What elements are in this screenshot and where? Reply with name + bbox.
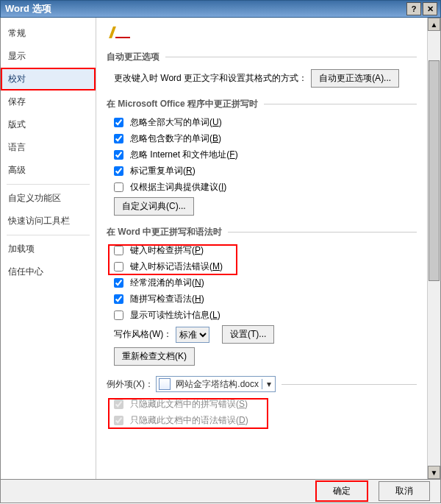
sidebar-separator (7, 184, 90, 185)
option-checkbox[interactable] (114, 166, 123, 176)
writing-style-select[interactable]: 标准 (176, 327, 209, 343)
option-checkbox[interactable] (114, 134, 123, 143)
recheck-document-button[interactable]: 重新检查文档(K) (114, 347, 195, 366)
proofing-icon (111, 25, 130, 38)
autocorrect-desc: 更改键入时 Word 更正文字和设置其格式的方式： (114, 72, 307, 85)
option-label: 标记重复单词(R) (130, 165, 196, 177)
scroll-track[interactable] (428, 31, 440, 466)
window-title: Word 选项 (4, 2, 405, 15)
scroll-pane: 自动更正选项 更改键入时 Word 更正文字和设置其格式的方式： 自动更正选项(… (96, 18, 427, 479)
writing-style-settings-button[interactable]: 设置(T)... (222, 325, 274, 344)
option-label: 键入时检查拼写(P) (130, 244, 204, 257)
sidebar-item[interactable]: 显示 (1, 45, 96, 68)
option-label: 仅根据主词典提供建议(I) (130, 181, 226, 194)
option-checkbox[interactable] (114, 278, 123, 288)
scroll-thumb[interactable] (429, 60, 440, 281)
option-label: 忽略全部大写的单词(U) (130, 116, 222, 129)
section-office-spell-title: 在 Microsoft Office 程序中更正拼写时 (107, 98, 417, 110)
option-checkbox[interactable] (114, 294, 123, 304)
sidebar-item[interactable]: 快速访问工具栏 (1, 210, 96, 233)
sidebar-item[interactable]: 高级 (1, 159, 96, 182)
exceptions-value: 网站金字塔结构.docx (173, 378, 262, 391)
option-label: 显示可读性统计信息(L) (130, 309, 220, 322)
sidebar-item[interactable]: 校对 (1, 68, 96, 90)
content-area: 自动更正选项 更改键入时 Word 更正文字和设置其格式的方式： 自动更正选项(… (96, 18, 440, 479)
option-checkbox[interactable] (114, 182, 123, 192)
option-label: 随拼写检查语法(H) (130, 293, 204, 305)
option-checkbox[interactable] (114, 310, 123, 320)
section-title-text: 在 Microsoft Office 程序中更正拼写时 (107, 98, 258, 110)
sidebar-item[interactable]: 常规 (1, 22, 96, 45)
window-body: 常规显示校对保存版式语言高级自定义功能区快速访问工具栏加载项信任中心 自动更正选… (0, 18, 441, 480)
vertical-scrollbar[interactable]: ▲ ▼ (427, 18, 440, 479)
document-icon (159, 378, 171, 390)
option-label: 忽略 Internet 和文件地址(F) (130, 149, 238, 161)
sidebar-item[interactable]: 加载项 (1, 238, 96, 260)
sidebar-item[interactable]: 自定义功能区 (1, 187, 96, 210)
option-label: 只隐藏此文档中的拼写错误(S) (130, 398, 248, 411)
sidebar: 常规显示校对保存版式语言高级自定义功能区快速访问工具栏加载项信任中心 (1, 18, 96, 479)
sidebar-item[interactable]: 保存 (1, 90, 96, 113)
option-checkbox[interactable] (114, 150, 123, 160)
option-label: 经常混淆的单词(N) (130, 277, 204, 289)
option-checkbox[interactable] (114, 246, 123, 255)
help-button[interactable]: ? (406, 2, 421, 15)
ok-button[interactable]: 确定 (315, 480, 368, 502)
titlebar: Word 选项 ? ✕ (0, 0, 441, 18)
chevron-down-icon[interactable]: ▾ (262, 379, 275, 389)
option-checkbox[interactable] (114, 400, 123, 409)
sidebar-item[interactable]: 信任中心 (1, 260, 96, 283)
option-label: 忽略包含数字的单词(B) (130, 132, 221, 145)
sidebar-item[interactable]: 语言 (1, 136, 96, 159)
close-button[interactable]: ✕ (423, 2, 437, 15)
scroll-down-button[interactable]: ▼ (428, 466, 440, 479)
cancel-button[interactable]: 取消 (379, 481, 430, 501)
dialog-footer: 确定 取消 (0, 480, 441, 503)
custom-dictionary-button[interactable]: 自定义词典(C)... (114, 197, 194, 216)
section-word-spell-title: 在 Word 中更正拼写和语法时 (107, 226, 417, 238)
option-checkbox[interactable] (114, 262, 123, 271)
section-title-text: 在 Word 中更正拼写和语法时 (107, 226, 222, 238)
scroll-up-button[interactable]: ▲ (428, 18, 440, 31)
autocorrect-options-button[interactable]: 自动更正选项(A)... (311, 69, 399, 88)
option-label: 只隐藏此文档中的语法错误(D) (130, 414, 248, 427)
sidebar-item[interactable]: 版式 (1, 113, 96, 136)
section-title-text: 自动更正选项 (107, 51, 159, 63)
writing-style-label: 写作风格(W)： (114, 328, 172, 341)
option-label: 键入时标记语法错误(M) (130, 260, 223, 273)
option-checkbox[interactable] (114, 118, 123, 127)
exceptions-row: 例外项(X)： 网站金字塔结构.docx ▾ (107, 376, 417, 392)
section-autocorrect-title: 自动更正选项 (107, 51, 417, 63)
option-checkbox[interactable] (114, 416, 123, 425)
sidebar-separator (7, 235, 90, 235)
exceptions-combo[interactable]: 网站金字塔结构.docx ▾ (156, 376, 276, 392)
exceptions-label: 例外项(X)： (107, 378, 154, 391)
